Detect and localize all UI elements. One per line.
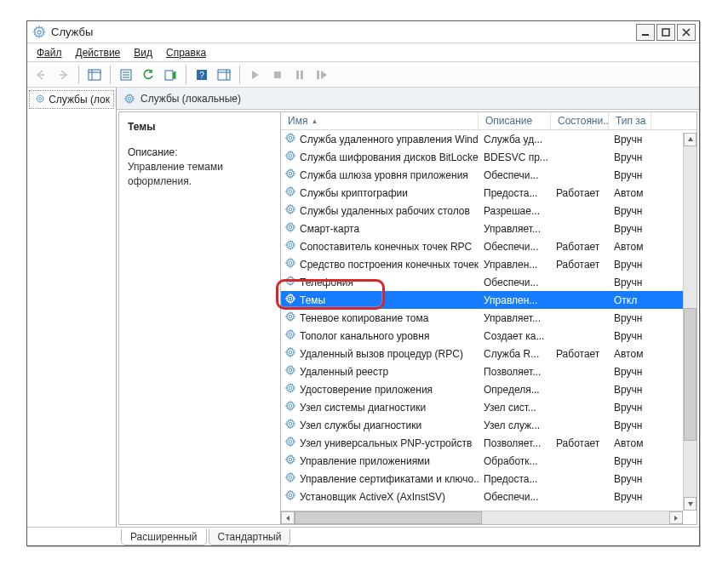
svg-rect-15 xyxy=(274,71,281,78)
export-list-button[interactable] xyxy=(160,65,181,85)
service-name: Узел универсальных PNP-устройств xyxy=(300,437,472,449)
service-description: Узел служ... xyxy=(479,419,551,431)
service-row[interactable]: Теневое копирование томаУправляет...Вруч… xyxy=(281,309,696,327)
service-row[interactable]: ТемыУправлен...Откл xyxy=(281,291,696,309)
service-icon xyxy=(284,382,296,397)
hscroll-thumb[interactable] xyxy=(295,511,482,524)
service-startup-type: Вручн xyxy=(609,402,651,414)
service-description: Создает ка... xyxy=(479,330,551,342)
menu-file[interactable]: Файл xyxy=(30,43,69,61)
menu-action[interactable]: Действие xyxy=(69,43,128,61)
service-row[interactable]: Служба удаленного управления Wind...Служ… xyxy=(281,130,696,148)
svg-rect-2 xyxy=(89,70,100,80)
service-icon xyxy=(284,364,296,379)
service-description: Обеспечи... xyxy=(479,277,551,288)
service-icon xyxy=(284,436,296,450)
service-description: Обеспечи... xyxy=(479,169,551,181)
service-startup-type: Вручн xyxy=(609,223,651,235)
tab-extended[interactable]: Расширенный xyxy=(121,529,207,545)
vscroll-thumb[interactable] xyxy=(684,308,696,442)
horizontal-scrollbar[interactable] xyxy=(281,511,683,524)
service-row[interactable]: Удостоверение приложенияОпределя...Вручн xyxy=(281,380,696,398)
service-row[interactable]: Удаленный вызов процедур (RPC)Служба R..… xyxy=(281,345,696,362)
service-startup-type: Вручн xyxy=(609,473,651,485)
show-hide-action-pane-button[interactable] xyxy=(214,65,234,85)
service-row[interactable]: Узел службы диагностикиУзел служ...Вручн xyxy=(281,416,696,434)
tree-pane: Службы (лок xyxy=(27,88,117,527)
vertical-scrollbar[interactable] xyxy=(683,133,696,511)
service-icon xyxy=(284,400,296,414)
service-row[interactable]: Узел универсальных PNP-устройствПозволяе… xyxy=(281,434,696,452)
tree-item-services[interactable]: Службы (лок xyxy=(29,90,114,109)
service-startup-type: Вручн xyxy=(609,330,651,342)
help-button[interactable]: ? xyxy=(192,65,212,85)
bottom-tabs: Расширенный Стандартный xyxy=(27,527,699,545)
column-header-name[interactable]: Имя ▲ xyxy=(281,112,479,129)
service-startup-type: Вручн xyxy=(609,384,651,396)
service-name: Удаленный вызов процедур (RPC) xyxy=(300,348,463,360)
service-startup-type: Вручн xyxy=(609,259,651,271)
service-icon xyxy=(284,418,296,432)
service-row[interactable]: Службы криптографииПредоста...РаботаетАв… xyxy=(281,184,696,202)
service-row[interactable]: Тополог канального уровняСоздает ка...Вр… xyxy=(281,327,696,345)
service-description: Служба R... xyxy=(479,348,551,360)
column-header-status[interactable]: Состояни... xyxy=(551,112,609,129)
close-button[interactable] xyxy=(677,24,696,41)
service-startup-type: Вручн xyxy=(609,134,651,146)
service-icon xyxy=(284,454,296,468)
svg-text:?: ? xyxy=(199,71,204,80)
scroll-down-button[interactable] xyxy=(684,497,696,511)
service-icon xyxy=(284,239,296,254)
service-row[interactable]: Сопоставитель конечных точек RPCОбеспечи… xyxy=(281,237,696,255)
service-name: Узел системы диагностики xyxy=(300,402,426,414)
list-rows: Служба удаленного управления Wind...Служ… xyxy=(281,130,696,524)
menubar: Файл Действие Вид Справка xyxy=(27,43,699,62)
services-title-icon xyxy=(32,26,46,39)
service-row[interactable]: Удаленный реестрПозволяет...Вручн xyxy=(281,362,696,380)
service-row[interactable]: Служба шлюза уровня приложенияОбеспечи..… xyxy=(281,166,696,184)
description-text: Управление темами оформления. xyxy=(128,160,272,190)
scroll-up-button[interactable] xyxy=(684,133,696,146)
hscroll-track[interactable] xyxy=(295,511,669,524)
tab-standard[interactable]: Стандартный xyxy=(209,529,291,545)
column-header-description[interactable]: Описание xyxy=(479,112,551,129)
service-icon xyxy=(284,275,296,289)
scroll-left-button[interactable] xyxy=(281,511,295,524)
properties-button[interactable] xyxy=(116,65,136,85)
scroll-right-button[interactable] xyxy=(669,511,683,524)
service-startup-type: Вручн xyxy=(609,312,651,324)
service-startup-type: Вручн xyxy=(609,169,651,181)
stop-service-button xyxy=(267,65,288,85)
service-name: Служба удаленного управления Wind... xyxy=(300,134,479,146)
service-description: Предоста... xyxy=(479,473,551,485)
service-row[interactable]: Управление приложениямиОбработк...Вручн xyxy=(281,452,696,470)
description-pane: Темы Описание: Управление темами оформле… xyxy=(119,112,281,524)
service-row[interactable]: Установщик ActiveX (AxInstSV)Обеспечи...… xyxy=(281,488,696,505)
toolbar-separator xyxy=(186,66,186,84)
service-row[interactable]: Служба шифрования дисков BitLockerBDESVC… xyxy=(281,148,696,166)
show-hide-tree-button[interactable] xyxy=(84,65,105,85)
service-description: Управляет... xyxy=(479,312,551,324)
maximize-button[interactable] xyxy=(656,24,675,41)
toolbar-separator xyxy=(78,66,79,84)
service-icon xyxy=(284,311,296,325)
refresh-button[interactable] xyxy=(138,65,158,85)
svg-rect-12 xyxy=(218,70,230,80)
minimize-button[interactable] xyxy=(636,24,655,41)
service-description: BDESVC пр... xyxy=(479,151,551,163)
service-row[interactable]: Узел системы диагностикиУзел сист...Вруч… xyxy=(281,398,696,416)
column-header-startup-type[interactable]: Тип за xyxy=(609,112,651,129)
vscroll-track[interactable] xyxy=(684,146,696,497)
menu-view[interactable]: Вид xyxy=(127,43,159,61)
service-row[interactable]: ТелефонияОбеспечи...Вручн xyxy=(281,273,696,291)
restart-service-button xyxy=(312,65,332,85)
content-pane: Службы (локальные) Темы Описание: Управл… xyxy=(117,88,699,527)
service-row[interactable]: Смарт-картаУправляет...Вручн xyxy=(281,220,696,237)
service-row[interactable]: Управление сертификатами и ключо...Предо… xyxy=(281,470,696,488)
menu-help[interactable]: Справка xyxy=(159,43,213,61)
service-row[interactable]: Средство построения конечных точек...Упр… xyxy=(281,255,696,273)
service-startup-type: Вручн xyxy=(609,277,651,288)
service-startup-type: Вручн xyxy=(609,151,651,163)
service-row[interactable]: Службы удаленных рабочих столовРазрешае.… xyxy=(281,202,696,220)
toolbar: ? xyxy=(27,62,699,88)
